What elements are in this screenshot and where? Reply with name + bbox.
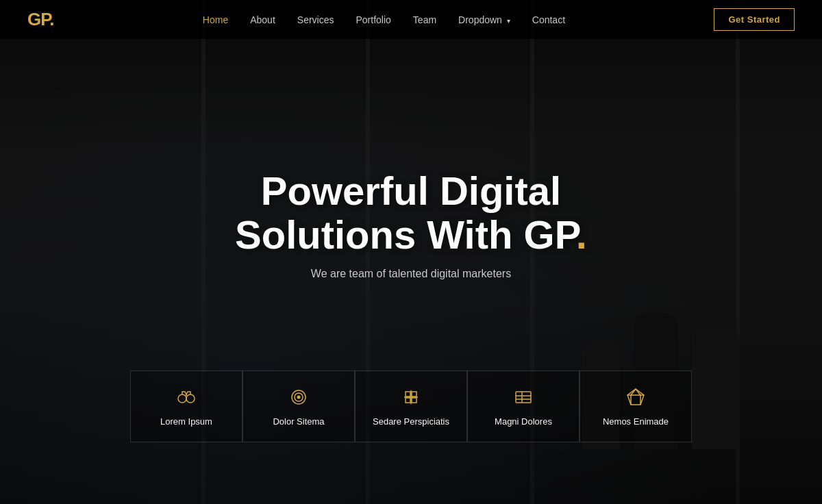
nav-item-services[interactable]: Services <box>297 14 334 26</box>
hero-title-accent: . <box>576 212 587 257</box>
navbar: GP. Home About Services Portfolio Team D… <box>0 0 822 39</box>
nav-item-dropdown[interactable]: Dropdown ▾ <box>458 14 510 26</box>
diamond-icon <box>591 386 680 408</box>
service-label-2: Dolor Sitema <box>273 416 324 427</box>
svg-point-1 <box>186 394 195 403</box>
service-card-1[interactable]: Lorem Ipsum <box>130 370 242 442</box>
hero-content: Powerful Digital Solutions With GP. We a… <box>235 169 587 280</box>
nav-item-contact[interactable]: Contact <box>532 14 565 26</box>
nav-item-portfolio[interactable]: Portfolio <box>356 14 390 26</box>
hero-subtitle: We are team of talented digital marketer… <box>235 268 587 280</box>
service-cards: Lorem Ipsum Dolor Sitema <box>130 370 692 442</box>
hero-title-line2: Solutions With GP <box>235 212 576 257</box>
logo-text: GP <box>27 9 49 29</box>
svg-rect-9 <box>412 392 416 396</box>
chevron-down-icon: ▾ <box>507 17 510 25</box>
nav-links: Home About Services Portfolio Team Dropd… <box>203 14 565 26</box>
nav-link-services[interactable]: Services <box>297 14 334 25</box>
table-icon <box>479 386 568 408</box>
service-label-4: Magni Dolores <box>495 416 552 427</box>
svg-rect-11 <box>412 398 416 403</box>
nav-link-home[interactable]: Home <box>203 14 228 25</box>
logo[interactable]: GP. <box>27 9 53 30</box>
nav-link-portfolio[interactable]: Portfolio <box>356 14 390 25</box>
nav-item-about[interactable]: About <box>250 14 275 26</box>
service-card-2[interactable]: Dolor Sitema <box>242 370 355 442</box>
service-label-1: Lorem Ipsum <box>160 416 212 427</box>
svg-rect-10 <box>406 398 410 403</box>
svg-marker-16 <box>627 389 644 405</box>
target-icon <box>254 386 343 408</box>
get-started-button[interactable]: Get Started <box>714 8 795 31</box>
nav-link-dropdown[interactable]: Dropdown ▾ <box>458 14 510 25</box>
silhouette-3 <box>692 326 740 449</box>
binoculars-icon <box>142 386 231 408</box>
svg-rect-12 <box>516 392 531 403</box>
hero-title: Powerful Digital Solutions With GP. <box>235 169 587 257</box>
nav-link-contact[interactable]: Contact <box>532 14 565 25</box>
nav-link-about[interactable]: About <box>250 14 275 25</box>
logo-dot: . <box>49 9 53 29</box>
hero-title-line1: Powerful Digital <box>261 168 561 213</box>
service-card-5[interactable]: Nemos Enimade <box>580 370 692 442</box>
grid-plus-icon <box>366 386 456 408</box>
nav-item-team[interactable]: Team <box>413 14 436 26</box>
nav-link-team[interactable]: Team <box>413 14 436 25</box>
svg-rect-8 <box>406 392 410 396</box>
service-card-3[interactable]: Sedare Perspiciatis <box>355 370 467 442</box>
service-card-4[interactable]: Magni Dolores <box>467 370 580 442</box>
service-label-5: Nemos Enimade <box>603 416 669 427</box>
svg-point-5 <box>297 395 301 399</box>
svg-point-0 <box>178 394 186 403</box>
service-label-3: Sedare Perspiciatis <box>373 416 449 427</box>
nav-item-home[interactable]: Home <box>203 14 228 26</box>
hero-section: GP. Home About Services Portfolio Team D… <box>0 0 822 504</box>
